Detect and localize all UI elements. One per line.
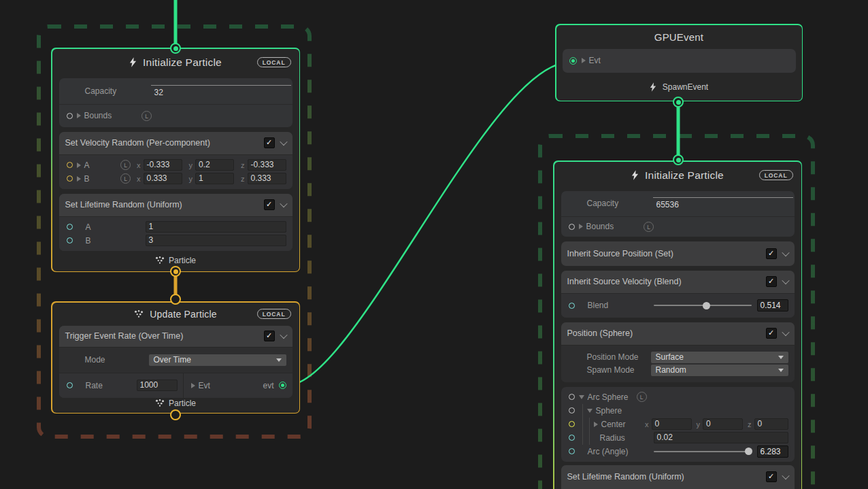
- block-enabled-checkbox[interactable]: ✓: [766, 276, 777, 287]
- y-input[interactable]: 1: [195, 173, 234, 184]
- arc-angle-slider[interactable]: [654, 451, 752, 452]
- particle-icon: [155, 399, 165, 407]
- vector3-port[interactable]: [67, 175, 73, 182]
- foldout-collapsed-icon[interactable]: [77, 176, 81, 182]
- foldout-collapsed-icon[interactable]: [582, 58, 586, 63]
- block-header[interactable]: Inherit Source Velocity (Blend) ✓: [561, 271, 795, 293]
- vector3-port[interactable]: [67, 162, 73, 168]
- center-x-input[interactable]: 0: [652, 418, 692, 430]
- float-port[interactable]: [569, 448, 575, 454]
- foldout-collapsed-icon[interactable]: [77, 163, 81, 168]
- block-header[interactable]: Trigger Event Rate (Over Time) ✓: [59, 326, 293, 347]
- flow-port-update-input[interactable]: [170, 294, 181, 305]
- sphere-port[interactable]: [569, 407, 575, 414]
- node-title-label: Update Particle: [150, 309, 217, 320]
- flow-port-update-output[interactable]: [170, 409, 181, 420]
- arc-sphere-port[interactable]: [569, 394, 575, 400]
- node-initialize-particle-left[interactable]: Initialize Particle LOCAL Capacity 32 Bo…: [51, 48, 300, 272]
- dropdown-caret-icon: [276, 358, 282, 362]
- foldout-collapsed-icon[interactable]: [77, 113, 81, 118]
- foldout-collapsed-icon[interactable]: [594, 422, 598, 427]
- chevron-down-icon[interactable]: [280, 138, 287, 146]
- bounds-port[interactable]: [67, 113, 73, 119]
- block-header[interactable]: Set Lifetime Random (Uniform) ✓: [561, 465, 795, 489]
- arc-angle-value-input[interactable]: 6.283: [757, 445, 788, 458]
- block-header[interactable]: Position (Sphere) ✓: [561, 322, 795, 345]
- y-input[interactable]: 0.2: [195, 159, 234, 171]
- block-enabled-checkbox[interactable]: ✓: [264, 331, 275, 341]
- block-set-lifetime-random[interactable]: Set Lifetime Random (Uniform) ✓: [561, 465, 795, 489]
- x-input[interactable]: 0.333: [144, 173, 182, 184]
- block-set-lifetime-random[interactable]: Set Lifetime Random (Uniform) ✓ A 1 B 3: [59, 194, 293, 251]
- foldout-expanded-icon[interactable]: [587, 409, 592, 413]
- float-port[interactable]: [67, 224, 73, 230]
- capacity-input[interactable]: 65536: [653, 197, 793, 209]
- block-enabled-checkbox[interactable]: ✓: [264, 199, 275, 210]
- block-header[interactable]: Set Velocity Random (Per-component) ✓: [59, 132, 293, 154]
- foldout-expanded-icon[interactable]: [579, 395, 584, 399]
- block-position-sphere[interactable]: Position (Sphere) ✓ Position Mode Surfac…: [561, 322, 795, 382]
- node-title-label: Initialize Particle: [143, 56, 222, 69]
- spawn-event-icon: [631, 170, 639, 180]
- block-inherit-source-position[interactable]: Inherit Source Position (Set) ✓: [561, 241, 795, 266]
- block-inherit-source-velocity[interactable]: Inherit Source Velocity (Blend) ✓ Blend …: [561, 271, 795, 318]
- spawn-mode-dropdown[interactable]: Random: [651, 365, 788, 376]
- evt-output-port[interactable]: [279, 382, 286, 389]
- float-port[interactable]: [569, 435, 575, 441]
- x-input[interactable]: -0.333: [144, 159, 182, 171]
- blend-value-input[interactable]: 0.514: [757, 299, 788, 311]
- chevron-down-icon[interactable]: [280, 200, 287, 207]
- foldout-collapsed-icon[interactable]: [191, 383, 195, 388]
- position-mode-dropdown[interactable]: Surface: [651, 352, 788, 363]
- node-title-label: GPUEvent: [654, 31, 703, 43]
- blend-slider[interactable]: [654, 305, 752, 306]
- z-input[interactable]: 0.333: [248, 173, 286, 184]
- chevron-down-icon[interactable]: [280, 331, 287, 339]
- scope-badge[interactable]: LOCAL: [257, 57, 291, 67]
- block-title: Inherit Source Velocity (Blend): [567, 277, 682, 286]
- bounds-port[interactable]: [569, 224, 575, 230]
- scope-badge[interactable]: LOCAL: [257, 309, 291, 319]
- rate-input[interactable]: 1000: [137, 380, 178, 391]
- chevron-down-icon[interactable]: [782, 472, 789, 479]
- scope-badge[interactable]: LOCAL: [759, 170, 793, 180]
- block-trigger-event-rate[interactable]: Trigger Event Rate (Over Time) ✓ Mode Ov…: [59, 326, 293, 398]
- z-input[interactable]: -0.333: [248, 159, 286, 171]
- row-label: A: [86, 222, 146, 232]
- position-mode-value: Surface: [656, 352, 684, 362]
- foldout-collapsed-icon[interactable]: [579, 224, 583, 229]
- flow-port-gpuevent-output[interactable]: [673, 97, 684, 107]
- float-port[interactable]: [569, 303, 575, 309]
- center-y-input[interactable]: 0: [703, 418, 743, 430]
- capacity-input[interactable]: 32: [151, 85, 291, 97]
- block-enabled-checkbox[interactable]: ✓: [766, 248, 777, 259]
- block-enabled-checkbox[interactable]: ✓: [766, 328, 777, 339]
- flow-port-initialize-right-input[interactable]: [673, 154, 684, 165]
- block-enabled-checkbox[interactable]: ✓: [264, 137, 275, 148]
- flow-port-initialize-left-input[interactable]: [170, 43, 181, 54]
- float-port[interactable]: [67, 237, 73, 243]
- block-header[interactable]: Inherit Source Position (Set) ✓: [561, 241, 795, 266]
- center-z-input[interactable]: 0: [754, 418, 788, 430]
- position-port[interactable]: [569, 421, 575, 427]
- node-gpuevent[interactable]: GPUEvent Evt SpawnEvent: [555, 24, 803, 101]
- chevron-down-icon[interactable]: [782, 248, 789, 256]
- node-update-particle[interactable]: Update Particle LOCAL Trigger Event Rate…: [51, 301, 300, 414]
- value-input[interactable]: 3: [146, 235, 286, 246]
- slider-thumb[interactable]: [745, 448, 752, 455]
- block-set-velocity-random[interactable]: Set Velocity Random (Per-component) ✓ A …: [59, 132, 293, 189]
- float-port[interactable]: [67, 382, 73, 388]
- chevron-down-icon[interactable]: [782, 328, 789, 336]
- evt-input-port[interactable]: [569, 57, 577, 65]
- mode-dropdown[interactable]: Over Time: [149, 354, 286, 366]
- node-initialize-particle-right[interactable]: Initialize Particle LOCAL Capacity 65536…: [553, 161, 802, 489]
- block-enabled-checkbox[interactable]: ✓: [766, 471, 777, 482]
- chevron-down-icon[interactable]: [782, 277, 789, 284]
- axis-x-label: x: [137, 175, 141, 183]
- block-header[interactable]: Set Lifetime Random (Uniform) ✓: [59, 194, 293, 216]
- slider-thumb[interactable]: [703, 302, 710, 309]
- flow-port-initialize-left-output[interactable]: [170, 266, 181, 277]
- arc-angle-label: Arc (Angle): [588, 447, 654, 456]
- radius-input[interactable]: 0.02: [654, 432, 788, 443]
- value-input[interactable]: 1: [146, 221, 286, 233]
